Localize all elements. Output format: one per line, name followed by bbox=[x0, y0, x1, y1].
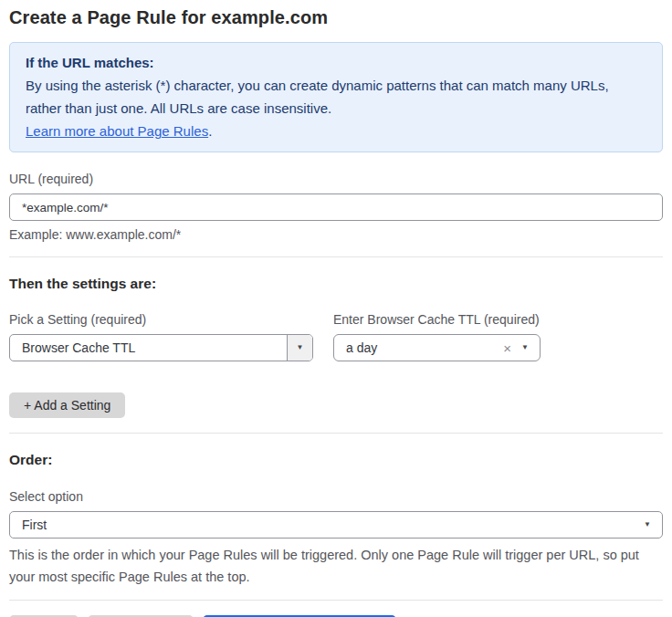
settings-section-heading: Then the settings are: bbox=[9, 276, 663, 292]
page-title: Create a Page Rule for example.com bbox=[9, 7, 663, 28]
settings-row: Pick a Setting (required) Browser Cache … bbox=[9, 312, 663, 361]
setting-picker-column: Pick a Setting (required) Browser Cache … bbox=[9, 312, 313, 361]
setting-picker-value: Browser Cache TTL bbox=[10, 340, 287, 355]
ttl-picker-label: Enter Browser Cache TTL (required) bbox=[333, 312, 541, 327]
url-match-info-box: If the URL matches: By using the asteris… bbox=[9, 42, 663, 152]
ttl-picker-select[interactable]: a day × ▼ bbox=[333, 334, 541, 361]
setting-picker-select[interactable]: Browser Cache TTL ▼ bbox=[9, 334, 313, 361]
order-select-label: Select option bbox=[9, 489, 663, 504]
url-field-label: URL (required) bbox=[9, 172, 663, 186]
ttl-picker-column: Enter Browser Cache TTL (required) a day… bbox=[333, 312, 541, 361]
order-select[interactable]: First ▼ bbox=[9, 511, 663, 539]
setting-picker-arrow-button[interactable]: ▼ bbox=[287, 335, 312, 361]
section-divider bbox=[9, 433, 663, 434]
chevron-down-icon: ▼ bbox=[521, 344, 540, 351]
url-example-text: Example: www.example.com/* bbox=[9, 227, 663, 242]
ttl-picker-value: a day bbox=[334, 340, 503, 355]
url-input[interactable] bbox=[9, 193, 663, 221]
order-select-value: First bbox=[10, 518, 644, 532]
create-page-rule-panel: Create a Page Rule for example.com If th… bbox=[0, 0, 672, 617]
info-box-body: By using the asterisk (*) character, you… bbox=[26, 74, 646, 120]
order-section-heading: Order: bbox=[9, 452, 663, 468]
add-setting-button[interactable]: + Add a Setting bbox=[9, 392, 125, 418]
chevron-down-icon: ▼ bbox=[644, 521, 662, 528]
learn-more-link[interactable]: Learn more about Page Rules bbox=[26, 123, 208, 139]
info-box-link-line: Learn more about Page Rules. bbox=[26, 120, 646, 142]
info-box-heading: If the URL matches: bbox=[26, 51, 646, 74]
link-suffix: . bbox=[208, 123, 212, 139]
chevron-down-icon: ▼ bbox=[297, 344, 304, 351]
order-help-text: This is the order in which your Page Rul… bbox=[9, 544, 663, 588]
section-divider bbox=[9, 256, 663, 257]
actions-divider bbox=[9, 600, 663, 601]
clear-icon[interactable]: × bbox=[503, 341, 521, 355]
setting-picker-label: Pick a Setting (required) bbox=[9, 312, 313, 327]
